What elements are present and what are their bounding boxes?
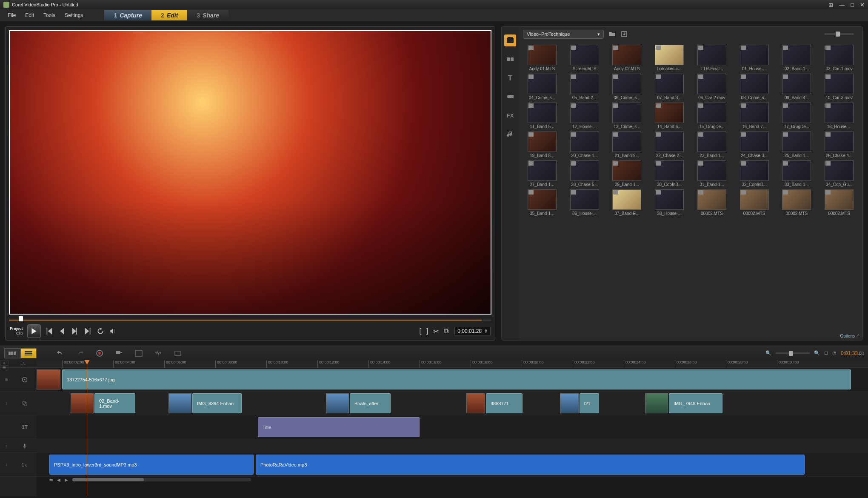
- library-clip[interactable]: 07_Band-3...: [648, 74, 690, 100]
- library-clip[interactable]: 28_Chase-5...: [564, 160, 605, 187]
- overlay-clip[interactable]: 02_Band-1.mov: [94, 393, 135, 413]
- library-clip[interactable]: TTR-Final...: [691, 45, 733, 71]
- library-clip[interactable]: 12_House-...: [564, 103, 605, 129]
- video-track-header[interactable]: ⊕: [0, 368, 37, 392]
- title-clip[interactable]: Title: [258, 417, 420, 437]
- library-clip[interactable]: 01_House-...: [734, 45, 775, 71]
- prev-frame-button[interactable]: [58, 327, 66, 335]
- library-clip[interactable]: 16_Band-7...: [734, 103, 775, 129]
- close-button[interactable]: ✕: [860, 2, 865, 8]
- maximize-button[interactable]: □: [851, 2, 854, 8]
- scrub-handle[interactable]: [19, 316, 23, 321]
- overlay-track-header[interactable]: ↕: [0, 392, 37, 415]
- workflow-tab-share[interactable]: 3Share: [187, 10, 228, 20]
- show-all-tracks-button[interactable]: ≡: [0, 360, 9, 365]
- library-clip[interactable]: 36_House-...: [564, 189, 605, 216]
- timeline-tracks-area[interactable]: 00:00:02:0000:00:04:0000:00:06:0000:00:0…: [37, 360, 868, 496]
- goto-start-button[interactable]: [45, 327, 54, 335]
- batch-convert-button[interactable]: [114, 348, 124, 358]
- next-frame-button[interactable]: [71, 327, 79, 335]
- library-clip[interactable]: 20_Chase-1...: [564, 132, 605, 158]
- library-clip[interactable]: 03_Car-1.mov: [818, 45, 860, 71]
- library-clip[interactable]: 08_Crime_s...: [734, 74, 775, 100]
- video-track[interactable]: 13722754-516x677.jpg: [37, 368, 868, 392]
- library-clip[interactable]: 08_Car-2.mov: [691, 74, 733, 100]
- hscroll-thumb[interactable]: [72, 478, 144, 481]
- library-clip[interactable]: 00002.MTS: [691, 189, 733, 216]
- library-clip[interactable]: 18_House-...: [818, 103, 860, 129]
- music-clip[interactable]: PSPX3_intro_lower3rd_soundMP3.mp3: [49, 455, 254, 475]
- library-clip[interactable]: 14_Band-6...: [648, 103, 690, 129]
- add-folder-button[interactable]: [608, 30, 617, 38]
- library-clip[interactable]: 25_Band-1...: [776, 132, 818, 158]
- mark-in-button[interactable]: [: [419, 327, 421, 335]
- options-panel-toggle[interactable]: Options⌃: [840, 334, 860, 338]
- library-clip[interactable]: 15_DrugDe...: [691, 103, 733, 129]
- library-clip[interactable]: 00002.MTS: [776, 189, 818, 216]
- graphic-category-button[interactable]: [504, 91, 516, 103]
- menu-tools[interactable]: Tools: [39, 11, 60, 20]
- library-clip[interactable]: 23_Band-1...: [691, 132, 733, 158]
- repeat-button[interactable]: [96, 327, 105, 335]
- video-clip-thumbnail[interactable]: [37, 369, 60, 389]
- workflow-tab-edit[interactable]: 2Edit: [151, 10, 187, 20]
- transitions-category-button[interactable]: [504, 53, 516, 65]
- audio-category-button[interactable]: [504, 128, 516, 140]
- title-track[interactable]: Title: [37, 415, 868, 439]
- library-clip[interactable]: 31_Band-1...: [691, 160, 733, 187]
- video-clip[interactable]: 13722754-516x677.jpg: [62, 369, 851, 389]
- library-clip[interactable]: 32_CopInB...: [734, 160, 775, 187]
- library-clip[interactable]: 04_Crime_s...: [521, 74, 563, 100]
- library-clip[interactable]: 26_Chase-4...: [818, 132, 860, 158]
- overlay-track[interactable]: 02_Band-1.movIMG_8394 EnhanBoats_after48…: [37, 392, 868, 415]
- fit-project-button[interactable]: ⊡: [824, 350, 828, 356]
- storyboard-view-button[interactable]: [4, 348, 20, 358]
- thumbnail-zoom-slider[interactable]: [824, 33, 854, 35]
- instant-project-button[interactable]: [134, 348, 144, 358]
- play-button[interactable]: [27, 324, 41, 338]
- preview-timecode[interactable]: 0:00:01.28 ▲▼: [454, 327, 491, 335]
- library-clip[interactable]: 21_Band-9...: [606, 132, 648, 158]
- title-track-header[interactable]: 1T: [0, 415, 37, 439]
- overlay-clip[interactable]: l21: [580, 393, 599, 413]
- media-category-button[interactable]: [504, 34, 516, 46]
- library-clip[interactable]: 17_DrugDe...: [776, 103, 818, 129]
- goto-end-button[interactable]: [83, 327, 92, 335]
- library-clip[interactable]: 02_Band-1...: [776, 45, 818, 71]
- overlay-clip[interactable]: IMG_8394 Enhan: [192, 393, 242, 413]
- music-track-header[interactable]: ↕ 1♫: [0, 453, 37, 477]
- library-clip[interactable]: 11_Band-5...: [521, 103, 563, 129]
- voice-track-header[interactable]: ↕: [0, 439, 37, 453]
- import-media-button[interactable]: [620, 30, 628, 38]
- overlay-clip-thumbnail[interactable]: [326, 393, 349, 413]
- title-category-button[interactable]: T: [504, 72, 516, 84]
- record-capture-button[interactable]: [94, 348, 105, 358]
- overlay-clip-thumbnail[interactable]: [168, 393, 191, 413]
- library-clip[interactable]: 27_Band-1...: [521, 160, 563, 187]
- enlarge-preview-button[interactable]: ⧉: [444, 327, 448, 335]
- filter-category-button[interactable]: FX: [504, 109, 516, 121]
- library-clip[interactable]: 09_Band-4...: [776, 74, 818, 100]
- redo-button[interactable]: [75, 348, 85, 358]
- library-clip[interactable]: Andy 01.MTS: [521, 45, 563, 71]
- preview-scrubber[interactable]: [9, 318, 491, 322]
- playback-mode-toggle[interactable]: Project Clip: [10, 326, 23, 336]
- timeline-zoom-slider[interactable]: [776, 352, 810, 354]
- overlay-clip-thumbnail[interactable]: [560, 393, 579, 413]
- menu-settings[interactable]: Settings: [60, 11, 87, 20]
- voice-track[interactable]: [37, 439, 868, 453]
- settings-grid-icon[interactable]: ⊞: [828, 2, 833, 8]
- overlay-clip-thumbnail[interactable]: [71, 393, 94, 413]
- library-clip[interactable]: 38_House-...: [648, 189, 690, 216]
- overlay-clip-thumbnail[interactable]: [466, 393, 485, 413]
- preview-screen[interactable]: [9, 30, 491, 315]
- music-clip[interactable]: PhotoRaRaVideo.mp3: [256, 455, 805, 475]
- library-clip[interactable]: 05_Band-2...: [564, 74, 605, 100]
- library-clip[interactable]: 29_Band-1...: [606, 160, 648, 187]
- library-clip[interactable]: 19_Band-8...: [521, 132, 563, 158]
- overlay-clip[interactable]: 4888771: [486, 393, 523, 413]
- library-clip[interactable]: 35_Band-1...: [521, 189, 563, 216]
- library-clip[interactable]: 37_Band-E...: [606, 189, 648, 216]
- library-clip[interactable]: hotcakes-c...: [648, 45, 690, 71]
- timeline-ruler[interactable]: 00:00:02:0000:00:04:0000:00:06:0000:00:0…: [37, 360, 868, 368]
